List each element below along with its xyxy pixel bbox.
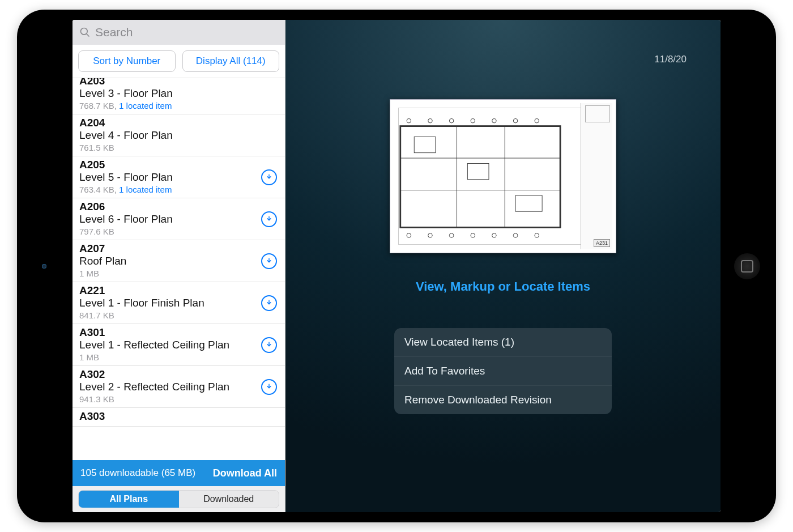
revision-date: 11/8/20 [654,54,687,65]
plan-meta: 797.6 KB [79,227,278,236]
svg-rect-2 [400,126,560,228]
plan-thumbnail[interactable]: A231 [390,99,616,253]
action-add-to-favorites[interactable]: Add To Favorites [394,357,612,386]
plan-number: A205 [79,159,278,171]
download-icon[interactable] [261,211,277,227]
plan-title: Roof Plan [79,255,278,267]
plan-row[interactable]: A301Level 1 - Reflected Ceiling Plan1 MB [73,324,285,366]
front-camera-dot [42,264,46,269]
plan-number: A302 [79,368,278,381]
floorplan-graphic [398,108,579,246]
plan-meta: 768.7 KB, 1 located item [79,101,278,110]
plan-meta: 1 MB [79,269,278,278]
plan-number: A203 [79,78,278,87]
svg-point-13 [471,118,475,123]
download-icon[interactable] [261,169,277,185]
search-input-container[interactable]: Search [73,20,285,45]
plan-title: Level 4 - Floor Plan [79,129,278,142]
plan-number: A301 [79,326,278,339]
plan-number: A303 [79,410,278,423]
tab-all-plans[interactable]: All Plans [79,491,179,508]
app-screen: Search Sort by Number Display All (114) … [73,20,720,512]
action-view-located-items[interactable]: View Located Items (1) [394,328,612,357]
search-icon [79,27,91,38]
plan-row[interactable]: A207Roof Plan1 MB [73,240,285,282]
plan-detail-pane: 11/8/20 A231 [285,20,720,512]
svg-point-16 [535,118,539,123]
plan-meta: 761.5 KB [79,143,278,152]
plans-segmented-control: All Plans Downloaded [78,490,279,508]
svg-point-14 [492,118,497,123]
plan-row[interactable]: A221Level 1 - Floor Finish Plan841.7 KB [73,282,285,324]
svg-point-18 [428,233,433,238]
plan-row[interactable]: A203Level 3 - Floor Plan768.7 KB, 1 loca… [73,78,285,114]
svg-point-15 [513,118,518,123]
svg-point-19 [449,233,454,238]
download-all-button[interactable]: Download All [213,467,277,479]
plans-sidebar: Search Sort by Number Display All (114) … [73,20,285,512]
svg-rect-7 [414,137,436,152]
plan-row[interactable]: A302Level 2 - Reflected Ceiling Plan941.… [73,366,285,408]
download-icon[interactable] [261,295,277,311]
svg-point-21 [492,233,497,238]
sheet-number-tag: A231 [594,239,610,247]
plan-row[interactable]: A204Level 4 - Floor Plan761.5 KB [73,114,285,156]
plan-title: Level 3 - Floor Plan [79,87,278,100]
view-markup-locate-link[interactable]: View, Markup or Locate Items [416,279,590,294]
search-placeholder: Search [95,25,133,39]
svg-point-12 [449,118,454,123]
tab-downloaded[interactable]: Downloaded [179,491,279,508]
action-remove-downloaded-revision[interactable]: Remove Downloaded Revision [394,386,612,414]
located-items-link[interactable]: 1 located item [119,101,172,110]
svg-point-0 [81,28,88,35]
plan-title: Level 6 - Floor Plan [79,213,278,225]
plan-title: Level 1 - Reflected Ceiling Plan [79,339,278,351]
display-all-button[interactable]: Display All (114) [182,50,280,72]
plans-list[interactable]: A203Level 3 - Floor Plan768.7 KB, 1 loca… [73,78,285,460]
plan-number: A206 [79,201,278,213]
svg-point-20 [471,233,475,238]
plan-meta: 941.3 KB [79,394,278,404]
plan-row[interactable]: A206Level 6 - Floor Plan797.6 KB [73,198,285,240]
plan-meta: 763.4 KB, 1 located item [79,185,278,194]
download-icon[interactable] [261,253,277,269]
plan-meta: 1 MB [79,352,278,362]
filter-row: Sort by Number Display All (114) [73,45,285,78]
plan-number: A221 [79,284,278,297]
plan-row[interactable]: A303 [73,408,285,427]
plan-number: A207 [79,242,278,255]
svg-rect-9 [515,195,542,211]
download-icon[interactable] [261,337,277,353]
plan-actions-menu: View Located Items (1) Add To Favorites … [394,328,612,414]
plan-row[interactable]: A205Level 5 - Floor Plan763.4 KB, 1 loca… [73,156,285,198]
title-block: A231 [581,103,612,249]
svg-point-10 [407,118,411,123]
plan-title: Level 1 - Floor Finish Plan [79,297,278,309]
sort-by-number-button[interactable]: Sort by Number [78,50,176,72]
svg-line-1 [87,34,89,37]
svg-point-22 [513,233,518,238]
svg-point-17 [407,233,411,238]
tablet-frame: Search Sort by Number Display All (114) … [17,10,776,522]
download-summary-bar: 105 downloadable (65 MB) Download All [73,460,285,486]
plan-title: Level 2 - Reflected Ceiling Plan [79,381,278,393]
downloadable-summary: 105 downloadable (65 MB) [80,467,195,479]
plan-title: Level 5 - Floor Plan [79,171,278,184]
home-button[interactable] [734,253,760,279]
svg-point-23 [535,233,539,238]
plan-number: A204 [79,117,278,129]
located-items-link[interactable]: 1 located item [119,185,172,194]
plan-meta: 841.7 KB [79,310,278,320]
svg-rect-8 [467,163,489,179]
bottom-tabbar: All Plans Downloaded [73,486,285,512]
svg-point-11 [428,118,433,123]
download-icon[interactable] [261,379,277,395]
